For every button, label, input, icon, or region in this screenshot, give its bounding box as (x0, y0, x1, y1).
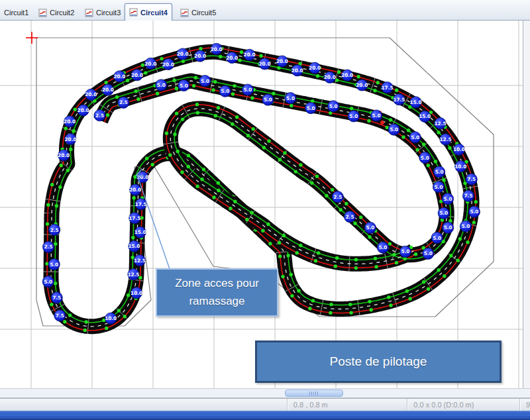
speed-bubble[interactable]: 5.0 (370, 110, 382, 121)
speed-bubble[interactable]: 20.0 (177, 48, 189, 60)
speed-value: 5.0 (421, 155, 429, 161)
speed-bubble[interactable]: 20.0 (211, 43, 223, 54)
waypoint-dot (368, 300, 371, 303)
speed-bubble[interactable]: 10.0 (454, 161, 466, 172)
speed-bubble[interactable]: 5.0 (399, 246, 411, 257)
waypoint-dot (68, 313, 72, 317)
waypoint-dot (389, 118, 392, 121)
speed-bubble[interactable]: 5.0 (388, 124, 399, 135)
speed-bubble[interactable]: 5.0 (419, 152, 431, 163)
speed-bubble[interactable]: 12.5 (439, 134, 451, 145)
speed-bubble[interactable]: 12.5 (134, 255, 146, 266)
speed-value: 20.0 (177, 51, 189, 57)
speed-bubble[interactable]: 5.0 (178, 79, 189, 91)
speed-bubble[interactable]: 5.0 (364, 222, 376, 233)
tab-circuit5[interactable]: Circuit5 (176, 5, 220, 20)
speed-bubble[interactable]: 10.0 (131, 288, 142, 299)
speed-bubble[interactable]: 2.5 (332, 191, 343, 203)
speed-bubble[interactable]: 15.0 (134, 227, 146, 238)
speed-bubble[interactable]: 20.0 (309, 62, 321, 74)
speed-bubble[interactable]: 2.5 (344, 211, 355, 223)
speed-bubble[interactable]: 20.0 (85, 89, 97, 100)
pilot-station-callout[interactable]: Poste de pilotage (255, 341, 502, 383)
speed-bubble[interactable]: 5.0 (409, 132, 421, 143)
speed-bubble[interactable]: 20.0 (131, 70, 143, 81)
speed-bubble[interactable]: 10.0 (105, 313, 117, 324)
speed-bubble[interactable]: 20.0 (58, 150, 70, 161)
speed-bubble[interactable]: 5.0 (442, 193, 453, 205)
speed-bubble[interactable]: 17.5 (129, 213, 140, 224)
speed-bubble[interactable]: 5.0 (468, 206, 480, 217)
speed-bubble[interactable]: 2.5 (94, 110, 105, 121)
waypoint-dot (250, 96, 254, 99)
speed-bubble[interactable]: 5.0 (423, 248, 434, 259)
speed-bubble[interactable]: 20.0 (341, 70, 353, 81)
speed-bubble[interactable]: 5.0 (431, 232, 443, 243)
speed-bubble[interactable]: 7.5 (54, 310, 66, 321)
speed-bubble[interactable]: 5.0 (262, 94, 274, 105)
speed-bubble[interactable]: 12.5 (127, 269, 139, 280)
speed-value: 5.0 (390, 127, 398, 132)
speed-bubble[interactable]: 17.5 (393, 94, 405, 105)
speed-bubble[interactable]: 20.0 (194, 50, 206, 62)
speed-bubble[interactable]: 20.0 (162, 58, 174, 70)
speed-bubble[interactable]: 5.0 (348, 111, 359, 122)
speed-bubble[interactable]: 7.5 (51, 292, 62, 303)
speed-bubble[interactable]: 5.0 (305, 103, 317, 114)
tab-circuit3[interactable]: Circuit3 (81, 5, 125, 20)
speed-bubble[interactable]: 7.5 (466, 174, 477, 185)
speed-bubble[interactable]: 20.0 (356, 79, 368, 91)
speed-bubble[interactable]: 2.5 (42, 241, 54, 252)
speed-bubble[interactable]: 20.0 (226, 52, 238, 63)
speed-bubble[interactable]: 20.0 (102, 84, 114, 95)
speed-bubble[interactable]: 5.0 (48, 258, 60, 270)
speed-bubble[interactable]: 5.0 (285, 93, 296, 104)
speed-bubble[interactable]: 20.0 (292, 65, 303, 76)
speed-bubble[interactable]: 20.0 (113, 71, 125, 82)
tab-circuit2[interactable]: Circuit2 (34, 5, 78, 20)
horizontal-scrollbar[interactable] (0, 388, 530, 398)
speed-bubble[interactable]: 5.0 (199, 76, 211, 87)
horizontal-scrollbar-thumb[interactable] (285, 390, 343, 397)
speed-bubble[interactable]: 17.5 (381, 82, 393, 93)
speed-bubble[interactable]: 5.0 (434, 166, 445, 178)
speed-bubble[interactable]: 12.5 (434, 118, 446, 129)
waypoint-dot (141, 64, 144, 67)
speed-bubble[interactable]: 7.5 (462, 190, 474, 201)
speed-bubble[interactable]: 5.0 (156, 79, 167, 91)
speed-bubble[interactable]: 20.0 (324, 72, 336, 83)
speed-bubble[interactable]: 5.0 (460, 221, 471, 232)
speed-bubble[interactable]: 5.0 (438, 207, 449, 219)
speed-value: 7.5 (56, 313, 64, 319)
speed-bubble[interactable]: 5.0 (328, 101, 339, 112)
speed-bubble[interactable]: 5.0 (443, 222, 454, 233)
speed-bubble[interactable]: 20.0 (258, 58, 270, 70)
waypoint-dot (259, 54, 262, 58)
speed-bubble[interactable]: 5.0 (42, 276, 54, 288)
speed-bubble[interactable]: 5.0 (242, 84, 253, 95)
speed-bubble[interactable]: 10.0 (453, 144, 465, 155)
zone-access-callout[interactable]: Zone acces pour ramassage (156, 268, 278, 317)
speed-bubble[interactable]: 17.5 (135, 199, 147, 210)
speed-bubble[interactable]: 20.0 (136, 172, 148, 183)
speed-bubble[interactable]: 5.0 (433, 182, 444, 193)
tab-circuit4[interactable]: Circuit4 (125, 3, 172, 21)
speed-bubble[interactable]: 20.0 (64, 133, 76, 144)
track-bed (101, 81, 447, 264)
speed-bubble[interactable]: 20.0 (78, 105, 89, 116)
speed-bubble[interactable]: 20.0 (129, 184, 141, 195)
speed-bubble[interactable]: 15.0 (410, 97, 422, 108)
speed-bubble[interactable]: 5.0 (377, 242, 388, 253)
speed-bubble[interactable]: 2.5 (118, 97, 129, 108)
tab-circuit1[interactable]: Circuit1 (0, 5, 32, 20)
speed-bubble[interactable]: 2.5 (49, 224, 60, 235)
selected-waypoint-dot[interactable] (380, 121, 384, 125)
speed-bubble[interactable]: 15.0 (128, 240, 140, 252)
speed-bubble[interactable]: 20.0 (244, 49, 256, 60)
speed-bubble[interactable]: 15.0 (419, 111, 431, 122)
speed-bubble[interactable]: 5.0 (219, 85, 231, 97)
speed-bubble[interactable]: 20.0 (276, 56, 288, 67)
track-canvas[interactable]: 20.020.020.020.020.020.020.020.020.020.0… (0, 21, 530, 388)
speed-bubble[interactable]: 20.0 (64, 116, 76, 127)
speed-bubble[interactable]: 20.0 (144, 58, 156, 69)
